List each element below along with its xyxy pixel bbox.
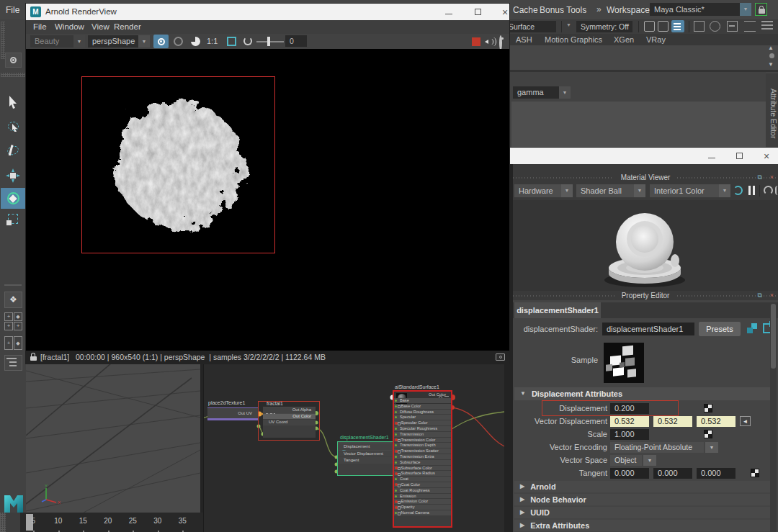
surface-node-attr-row[interactable]: Transmission Extra Roughness (394, 454, 451, 459)
break-connection-icon[interactable]: ◄ (740, 416, 751, 426)
collapsed-section[interactable]: ▶Node Behavior (514, 494, 775, 505)
timeline-tick[interactable]: 15 (71, 517, 96, 532)
chevron-down-icon[interactable]: ▼ (73, 35, 85, 48)
shelf-tab-vray[interactable]: VRay (646, 35, 666, 44)
layout-outliner-button[interactable] (4, 355, 22, 371)
close-button[interactable]: × (494, 4, 516, 20)
lock-icon[interactable] (30, 353, 37, 361)
close-panel-icon[interactable]: × (770, 291, 774, 300)
node-aistandardsurface[interactable]: Out Color BaseBase ColorDiffuse Roughnes… (393, 390, 452, 528)
minimize-button[interactable] (438, 4, 460, 20)
snap-icon-2[interactable] (658, 21, 669, 32)
minimize-button[interactable] (701, 148, 723, 164)
debug-slider-track[interactable] (256, 41, 284, 42)
rgb-channel-icon[interactable] (174, 37, 183, 46)
debug-slider-handle[interactable] (267, 37, 270, 46)
timeline-tick[interactable]: 25 (120, 517, 146, 532)
surface-node-attr-row[interactable]: Subsurface (394, 460, 451, 465)
surface-node-attr-row[interactable]: Specular (394, 415, 451, 420)
surface-node-attr-row[interactable]: Coat (394, 477, 451, 482)
maximize-button[interactable] (467, 4, 488, 20)
gamma-dropdown[interactable]: gamma ▼ (513, 86, 571, 99)
surface-node-attr-row[interactable]: Base Color (394, 404, 451, 409)
surface-node-attr-row[interactable]: Subsurface Color (394, 466, 451, 471)
refresh-swatch-icon[interactable] (733, 186, 743, 195)
refresh-icon[interactable] (243, 37, 252, 45)
show-input-connections-icon[interactable] (747, 323, 757, 333)
shelf-tab-mash[interactable]: ASH (516, 35, 532, 44)
property-editor-titlebar[interactable]: Property Editor ⧉ × (513, 291, 778, 300)
surface-node-attr-row[interactable]: Transmission (394, 432, 451, 437)
shelf-tab-motion-graphics[interactable]: Motion Graphics (545, 35, 602, 44)
scale-tool[interactable] (0, 214, 26, 224)
menu-window[interactable]: Window (55, 22, 84, 31)
node-port-row[interactable]: Out Alpha (263, 407, 316, 413)
vector-displacement-x-input[interactable]: 0.532 (610, 416, 649, 427)
displacement-attributes-section[interactable]: ▼Displacement Attributes (514, 387, 775, 400)
zoom-ratio-label[interactable]: 1:1 (207, 37, 218, 45)
render-viewport[interactable] (26, 49, 509, 351)
tab-displacementshader1[interactable]: displacementShader1 (514, 302, 601, 318)
environment-dropdown[interactable]: Interior1 Color▼ (650, 184, 730, 197)
workspace-chevrons-icon[interactable]: » (596, 4, 602, 14)
chevron-down-icon[interactable]: ▼ (740, 3, 751, 16)
render-loop-icon[interactable] (764, 186, 773, 195)
renderview-titlebar[interactable]: M Arnold RenderView × (26, 4, 509, 20)
node-fractal[interactable]: Out Alpha Out Color UV Coord (263, 407, 316, 438)
node-place2dtexture[interactable]: Out UV (207, 407, 258, 431)
tool-settings-button[interactable] (5, 53, 22, 68)
chevron-down-icon[interactable]: ▼ (138, 35, 150, 48)
align-icon[interactable] (744, 21, 756, 32)
tangent-x-input[interactable]: 0.000 (610, 468, 649, 479)
history-icon[interactable] (671, 20, 684, 32)
scrollbar-track[interactable] (770, 302, 777, 532)
surface-node-attr-row[interactable]: Transmission Color (394, 438, 451, 443)
float-panel-icon[interactable]: ⧉ (758, 291, 762, 300)
snap-icon[interactable] (644, 21, 655, 32)
sample-swatch[interactable] (604, 343, 644, 383)
timeline-tick[interactable]: 5 (21, 517, 46, 532)
surface-select-field[interactable]: Surface (504, 21, 556, 32)
crop-region-icon[interactable] (227, 37, 236, 46)
menu-cache[interactable]: Cache (513, 5, 538, 15)
tab-attribute-editor[interactable]: Attribute Editor (766, 73, 778, 154)
symmetry-field[interactable]: Symmetry: Off (576, 21, 632, 32)
snapshot-camera-icon[interactable] (496, 353, 505, 361)
skeleton-icon[interactable] (727, 21, 738, 32)
collapsed-section[interactable]: ▶Extra Attributes (514, 520, 775, 531)
float-panel-icon[interactable]: ⧉ (758, 173, 762, 182)
surface-node-attr-row[interactable]: Specular Color (394, 420, 451, 425)
shader-name-input[interactable]: displacementShader1 (602, 323, 694, 335)
chevron-down-icon[interactable]: ▼ (643, 455, 656, 466)
timeline-tick[interactable]: 35 (170, 517, 195, 532)
surface-node-attr-row[interactable]: Transmission Scatter (394, 448, 451, 454)
timeline-tick[interactable]: 30 (146, 517, 171, 532)
node-port-row[interactable]: Out UV (207, 408, 258, 418)
renderer-dropdown[interactable]: Hardware▼ (514, 184, 573, 197)
chevron-down-icon[interactable]: ▼ (634, 184, 645, 197)
shelf-tab-xgen[interactable]: XGen (614, 35, 634, 44)
menu-file[interactable]: File (6, 5, 19, 15)
menu-view[interactable]: View (91, 22, 109, 31)
node-out-row[interactable]: Out Color (394, 392, 451, 397)
layers-icon[interactable] (761, 21, 773, 32)
construction-icon[interactable] (694, 21, 705, 32)
camera-dropdown[interactable]: perspShape▼ (88, 35, 150, 48)
surface-node-attr-row[interactable]: Subsurface Radius (394, 471, 451, 476)
paint-select-tool[interactable] (0, 146, 26, 155)
menu-file[interactable]: File (33, 22, 47, 31)
move-tool[interactable] (0, 169, 26, 182)
workspace-dropdown[interactable]: Maya Classic* ▼ (650, 3, 751, 16)
tangent-z-input[interactable]: 0.000 (697, 468, 735, 479)
chevron-down-icon[interactable]: ▼ (719, 184, 730, 197)
lasso-select-tool[interactable] (0, 122, 26, 131)
timeline-grip[interactable] (0, 513, 6, 532)
node-port-row[interactable]: Vector Displacement (338, 451, 393, 457)
displacement-map-button[interactable] (704, 404, 712, 412)
speaker-icon[interactable] (485, 37, 495, 46)
chevron-down-icon[interactable]: ▼ (559, 86, 571, 99)
layout-four-pane-button[interactable]: +◆ ++ (4, 312, 22, 330)
layout-single-pane-button[interactable]: ❖ (4, 292, 22, 308)
time-slider[interactable]: 5101520253035 (20, 513, 204, 532)
close-panel-icon[interactable]: × (770, 173, 774, 182)
